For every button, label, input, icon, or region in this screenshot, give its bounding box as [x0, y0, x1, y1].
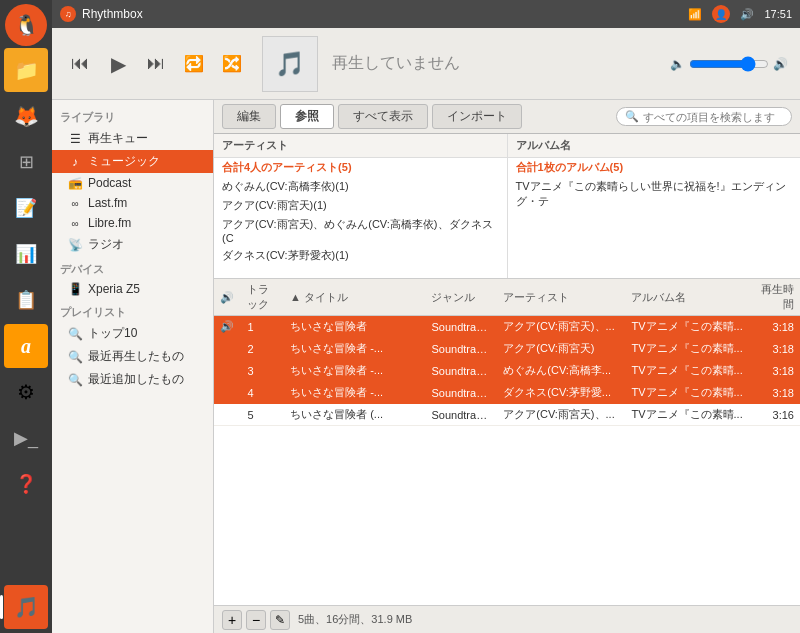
track-artist-0: アクア(CV:雨宮天)、... [497, 316, 625, 338]
sidebar-item-lastfm[interactable]: ∞ Last.fm [52, 193, 213, 213]
added-label: 最近追加したもの [88, 371, 184, 388]
track-playing-1 [214, 338, 241, 360]
table-row[interactable]: 5 ちいさな冒険者 (... Soundtracks アクア(CV:雨宮天)、.… [214, 404, 800, 426]
sidebar-item-librefm[interactable]: ∞ Libre.fm [52, 213, 213, 233]
user-icon: 👤 [712, 5, 730, 23]
tab-all[interactable]: すべて表示 [338, 104, 428, 129]
dock-firefox[interactable]: 🦊 [4, 94, 48, 138]
librefm-label: Libre.fm [88, 216, 131, 230]
play-button[interactable]: ▶ [102, 48, 134, 80]
sidebar-item-podcast[interactable]: 📻 Podcast [52, 173, 213, 193]
col-header-album[interactable]: アルバム名 [625, 279, 753, 316]
track-album-1: TVアニメ『この素晴... [625, 338, 753, 360]
volume-area: 🔈 🔊 [670, 56, 788, 72]
dock-help[interactable]: ❓ [4, 462, 48, 506]
remove-playlist-button[interactable]: − [246, 610, 266, 630]
track-artist-2: めぐみん(CV:高橋李... [497, 360, 625, 382]
album-pane: アルバム名 合計1枚のアルバム(5) TVアニメ『この素晴らしい世界に祝福を!』… [508, 134, 801, 278]
podcast-label: Podcast [88, 176, 131, 190]
col-header-title[interactable]: ▲ タイトル [284, 279, 425, 316]
table-row[interactable]: 4 ちいさな冒険者 -... Soundtracks ダクネス(CV:茅野愛..… [214, 382, 800, 404]
search-icon: 🔍 [625, 110, 639, 123]
tracklist: 🔊 トラック ▲ タイトル ジャンル アーティスト アルバム名 再生時間 [214, 279, 800, 605]
artist-row-0[interactable]: めぐみん(CV:高橋李依)(1) [214, 177, 507, 196]
track-num-4: 5 [241, 404, 284, 426]
titlebar-left: ♫ Rhythmbox [60, 6, 143, 22]
table-row[interactable]: 2 ちいさな冒険者 -... Soundtracks アクア(CV:雨宮天) T… [214, 338, 800, 360]
repeat-button[interactable]: 🔁 [178, 48, 210, 80]
col-header-artist[interactable]: アーティスト [497, 279, 625, 316]
track-title-0: ちいさな冒険者 [284, 316, 425, 338]
top10-icon: 🔍 [68, 327, 82, 341]
music-icon: ♪ [68, 155, 82, 169]
track-title-2: ちいさな冒険者 -... [284, 360, 425, 382]
search-box: 🔍 [616, 107, 792, 126]
toolbar: ⏮ ▶ ⏭ 🔁 🔀 🎵 再生していません 🔈 🔊 [52, 28, 800, 100]
col-header-playing[interactable]: 🔊 [214, 279, 241, 316]
search-input[interactable] [643, 111, 783, 123]
track-playing-3 [214, 382, 241, 404]
next-button[interactable]: ⏭ [140, 48, 172, 80]
xperia-label: Xperia Z5 [88, 282, 140, 296]
sidebar-item-radio[interactable]: 📡 ラジオ [52, 233, 213, 256]
col-header-time[interactable]: 再生時間 [754, 279, 800, 316]
edit-playlist-button[interactable]: ✎ [270, 610, 290, 630]
track-album-3: TVアニメ『この素晴... [625, 382, 753, 404]
album-art: 🎵 [262, 36, 318, 92]
artist-row-3[interactable]: ダクネス(CV:茅野愛衣)(1) [214, 246, 507, 265]
artist-total[interactable]: 合計4人のアーティスト(5) [214, 158, 507, 177]
sidebar-item-xperia[interactable]: 📱 Xperia Z5 [52, 279, 213, 299]
artist-pane: アーティスト 合計4人のアーティスト(5) めぐみん(CV:高橋李依)(1) ア… [214, 134, 508, 278]
track-title-4: ちいさな冒険者 (... [284, 404, 425, 426]
artist-row-2[interactable]: アクア(CV:雨宮天)、めぐみん(CV:高橋李依)、ダクネス(C [214, 215, 507, 246]
track-album-0: TVアニメ『この素晴... [625, 316, 753, 338]
track-num-0: 1 [241, 316, 284, 338]
device-icon: 📱 [68, 282, 82, 296]
top10-label: トップ10 [88, 325, 137, 342]
sidebar-item-music[interactable]: ♪ ミュージック [52, 150, 213, 173]
dock-impress[interactable]: 📋 [4, 278, 48, 322]
sidebar-item-recent[interactable]: 🔍 最近再生したもの [52, 345, 213, 368]
track-time-0: 3:18 [754, 316, 800, 338]
dock-terminal[interactable]: ▶_ [4, 416, 48, 460]
col-header-num[interactable]: トラック [241, 279, 284, 316]
shuffle-button[interactable]: 🔀 [216, 48, 248, 80]
queue-label: 再生キュー [88, 130, 148, 147]
dock-settings[interactable]: ⚙ [4, 370, 48, 414]
sidebar-item-top10[interactable]: 🔍 トップ10 [52, 322, 213, 345]
tab-browse[interactable]: 参照 [280, 104, 334, 129]
content: 編集 参照 すべて表示 インポート 🔍 アーティスト 合計4人のアーティス [214, 100, 800, 633]
dock-calc[interactable]: 📊 [4, 232, 48, 276]
dock-ubuntu[interactable]: 🐧 [5, 4, 47, 46]
track-artist-1: アクア(CV:雨宮天) [497, 338, 625, 360]
dock-writer[interactable]: 📝 [4, 186, 48, 230]
table-row[interactable]: 🔊 1 ちいさな冒険者 Soundtracks アクア(CV:雨宮天)、... … [214, 316, 800, 338]
album-total[interactable]: 合計1枚のアルバム(5) [508, 158, 801, 177]
statusbar: + − ✎ 5曲、16分間、31.9 MB [214, 605, 800, 633]
added-icon: 🔍 [68, 373, 82, 387]
track-genre-0: Soundtracks [425, 316, 497, 338]
dock-rhythmbox[interactable]: 🎵 [4, 585, 48, 629]
artist-row-1[interactable]: アクア(CV:雨宮天)(1) [214, 196, 507, 215]
volume-icon: 🔊 [740, 8, 754, 21]
tabbar: 編集 参照 すべて表示 インポート 🔍 [214, 100, 800, 134]
sidebar-item-added[interactable]: 🔍 最近追加したもの [52, 368, 213, 391]
track-num-3: 4 [241, 382, 284, 404]
dock-apps[interactable]: ⊞ [4, 140, 48, 184]
titlebar-right: 📶 👤 🔊 17:51 [688, 5, 792, 23]
add-playlist-button[interactable]: + [222, 610, 242, 630]
tab-edit[interactable]: 編集 [222, 104, 276, 129]
sidebar-item-queue[interactable]: ☰ 再生キュー [52, 127, 213, 150]
track-genre-4: Soundtracks [425, 404, 497, 426]
tab-import[interactable]: インポート [432, 104, 522, 129]
titlebar: ♫ Rhythmbox 📶 👤 🔊 17:51 [52, 0, 800, 28]
volume-slider[interactable] [689, 56, 769, 72]
prev-button[interactable]: ⏮ [64, 48, 96, 80]
album-row-0[interactable]: TVアニメ『この素晴らしい世界に祝福を!』エンディング・テ [508, 177, 801, 211]
dock-amazon[interactable]: a [4, 324, 48, 368]
volume-min-icon: 🔈 [670, 57, 685, 71]
dock-files[interactable]: 📁 [4, 48, 48, 92]
table-row[interactable]: 3 ちいさな冒険者 -... Soundtracks めぐみん(CV:高橋李..… [214, 360, 800, 382]
col-header-genre[interactable]: ジャンル [425, 279, 497, 316]
devices-section-label: デバイス [52, 256, 213, 279]
